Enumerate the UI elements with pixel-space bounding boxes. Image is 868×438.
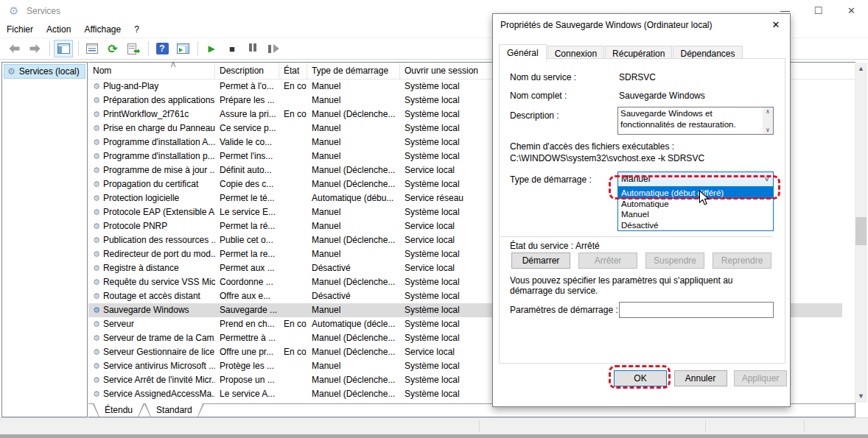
scroll-up-icon[interactable]: ▲ [855,63,867,75]
export-list-icon[interactable] [124,40,143,57]
params-note: Vous pouvez spécifier les paramètres qui… [510,275,777,296]
pause-service-icon[interactable] [243,40,262,57]
forward-icon[interactable] [25,40,44,57]
stop-service-icon[interactable]: ■ [223,40,242,57]
service-gear-icon: ⚙ [93,250,100,258]
action-pane-icon[interactable] [173,40,192,57]
properties-icon[interactable] [83,40,102,57]
startup-type-dropdown: Automatique (début différé)AutomatiqueMa… [617,187,774,231]
dropdown-option[interactable]: Automatique [618,199,773,210]
column-header-etat[interactable]: État [279,63,307,79]
menu-affichage[interactable]: Affichage [77,22,127,37]
tab-page-general: Nom du service : SDRSVC Nom complet : Sa… [499,58,785,364]
column-header-type[interactable]: Type de démarrage [307,63,400,79]
scroll-down-icon[interactable]: ▼ [855,390,867,403]
service-gear-icon: ⚙ [93,96,100,105]
scroll-down-icon[interactable]: ∨ [766,127,770,133]
window-title: Services [27,6,60,16]
service-gear-icon: ⚙ [93,389,100,398]
dropdown-option[interactable]: Désactivé [618,220,773,231]
column-header-nom[interactable]: Nom [88,63,215,79]
dropdown-option[interactable]: Manuel [618,209,773,220]
help-icon[interactable]: ? [153,40,172,57]
mouse-cursor [699,190,710,205]
close-icon[interactable]: ✕ [835,0,868,22]
status-bar [0,417,868,434]
service-gear-icon: ⚙ [93,333,100,342]
properties-dialog: Propriétés de Sauvegarde Windows (Ordina… [492,13,791,407]
reprendre-button[interactable]: Reprendre [713,252,771,269]
service-gear-icon: ⚙ [93,166,100,174]
service-gear-icon: ⚙ [93,194,100,202]
dropdown-option[interactable]: Automatique (début différé) [618,188,773,199]
scroll-up-icon[interactable]: ∧ [766,108,770,115]
column-header-description[interactable]: Description [215,63,279,79]
menu-action[interactable]: Action [40,22,77,37]
service-name-label: Nom du service : [510,72,576,82]
tab-standard[interactable]: Standard [144,404,204,417]
display-name-label: Nom complet : [510,91,567,101]
back-icon[interactable] [4,40,24,57]
service-gear-icon: ⚙ [93,347,100,356]
service-gear-icon: ⚙ [93,82,100,91]
status-divider [479,420,480,432]
startup-type-label: Type de démarrage : [510,174,592,185]
service-name-value: SDRSVC [619,72,656,82]
start-service-icon[interactable]: ▶ [202,40,221,57]
exe-path-label: Chemin d'accès des fichiers exécutables … [510,141,674,152]
toolbar-separator [78,41,79,56]
startup-type-combobox[interactable]: Manuel ˅ [617,172,774,187]
service-gear-icon: ⚙ [93,152,100,160]
toolbar-separator [197,41,198,56]
dialog-title-bar: Propriétés de Sauvegarde Windows (Ordina… [493,14,790,36]
service-gear-icon: ⚙ [93,180,100,188]
status-divider [705,420,706,432]
dialog-title: Propriétés de Sauvegarde Windows (Ordina… [500,20,712,30]
arrter-button[interactable]: Arrêter [578,252,637,269]
restart-service-icon[interactable] [264,40,283,57]
sort-ascending-icon: ᐱ [171,61,175,68]
console-tree-icon[interactable] [54,40,73,57]
toolbar-separator [49,41,50,56]
startup-params-input[interactable] [619,302,774,318]
scrollbar-thumb[interactable] [855,217,867,245]
services-gear-icon: ⚙ [9,4,18,18]
service-state-label: État du service : [510,241,573,251]
service-gear-icon: ⚙ [93,278,100,286]
dialog-close-icon[interactable]: ✕ [766,17,785,33]
service-state-value: Arrêté [575,241,600,251]
tab-etendu[interactable]: Étendu [93,404,144,417]
divider [500,236,773,237]
dmarrer-button[interactable]: Démarrer [511,252,570,269]
annuler-button[interactable]: Annuler [674,370,727,386]
service-gear-icon: ⚙ [93,319,100,328]
service-gear-icon: ⚙ [93,236,100,244]
service-gear-icon: ⚙ [93,264,100,272]
toolbar-separator [148,41,149,56]
params-label: Paramètres de démarrage : [510,305,618,315]
tree-item-label: Services (local) [19,66,80,77]
menu-?[interactable]: ? [127,22,146,37]
tab-gnral[interactable]: Général [499,44,547,61]
maximize-icon[interactable]: ☐ [802,0,835,22]
list-scrollbar[interactable]: ▲ ▼ [855,63,867,403]
status-divider [804,420,805,432]
service-gear-icon: ⚙ [93,305,100,314]
service-gear-icon: ⚙ [93,208,100,216]
textbox-scrollbar[interactable]: ∧∨ [763,107,773,134]
ok-button[interactable]: OK [614,370,667,386]
service-gear-icon: ⚙ [93,222,100,230]
console-tree-panel: ⚙ Services (local) [1,62,88,417]
service-gear-icon: ⚙ [93,292,100,300]
suspendre-button[interactable]: Suspendre [645,252,704,269]
description-textbox[interactable]: Sauvegarde Windows et fonctionnalités de… [617,107,774,135]
services-window: ⚙ Services — ☐ ✕ FichierActionAffichage?… [0,0,868,438]
tree-item-services-local[interactable]: ⚙ Services (local) [4,64,85,79]
menu-fichier[interactable]: Fichier [0,22,40,37]
description-label: Description : [510,110,559,121]
display-name-value: Sauvegarde Windows [619,91,705,101]
refresh-icon[interactable]: ⟳ [103,40,122,57]
exe-path-value: C:\WINDOWS\system32\svchost.exe -k SDRSV… [510,153,704,163]
appliquer-button[interactable]: Appliquer [734,370,787,386]
taskbar-edge [0,434,868,438]
